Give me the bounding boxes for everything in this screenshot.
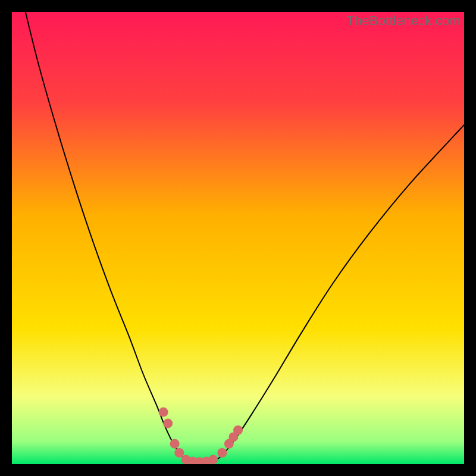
marker-dot bbox=[233, 425, 243, 435]
watermark-text: TheBottleneck.com bbox=[346, 13, 461, 29]
marker-dot bbox=[170, 439, 180, 449]
chart-background bbox=[12, 12, 464, 464]
chart-svg bbox=[12, 12, 464, 464]
marker-dot bbox=[208, 455, 218, 464]
marker-dot bbox=[174, 448, 184, 458]
chart-frame: TheBottleneck.com bbox=[12, 12, 464, 464]
marker-dot bbox=[159, 408, 168, 417]
marker-dot bbox=[217, 448, 227, 458]
marker-dot bbox=[163, 419, 173, 428]
